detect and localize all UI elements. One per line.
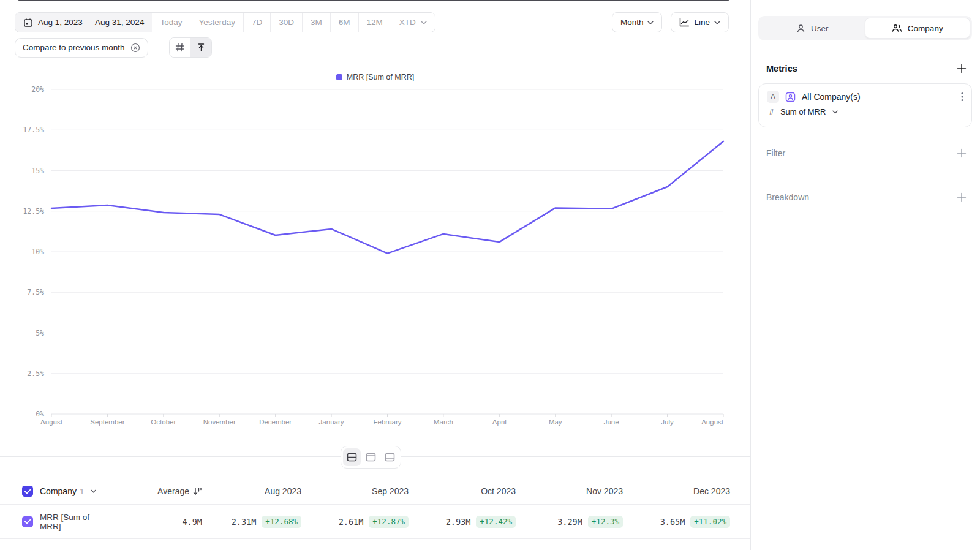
line-chart-icon [679, 18, 690, 27]
mrr-line-chart[interactable]: 0%2.5%5%7.5%10%12.5%15%17.5%20%AugustSep… [0, 86, 750, 429]
metric-menu-button[interactable] [961, 92, 963, 102]
x-axis-tick-label: September [90, 418, 124, 426]
table-view-button[interactable] [381, 448, 399, 466]
delta-badge: +12.42% [476, 516, 516, 528]
close-circle-icon[interactable] [130, 43, 140, 53]
legend-label: MRR [Sum of MRR] [347, 73, 414, 81]
range-today-button[interactable]: Today [152, 13, 190, 32]
delta-badge: +11.02% [690, 516, 730, 528]
compare-chip[interactable]: Compare to previous month [15, 38, 148, 58]
chevron-down-icon [832, 110, 838, 114]
x-axis-tick-label: February [373, 418, 401, 426]
chart-view-icon [366, 453, 376, 462]
range-6m-button[interactable]: 6M [330, 13, 358, 32]
metric-value: 2.31M [232, 517, 257, 527]
range-xtd-button[interactable]: XTD [391, 13, 435, 32]
row-checkbox[interactable] [22, 516, 33, 527]
table-row[interactable]: MRR [Sum of MRR] 4.9M 2.31M+12.68%2.61M+… [0, 505, 750, 539]
arrow-up-from-line-icon [197, 43, 206, 52]
user-toggle-button[interactable]: User [760, 18, 865, 39]
split-view-button[interactable] [343, 448, 361, 466]
range-7d-button[interactable]: 7D [243, 13, 270, 32]
group-by-label[interactable]: Company [40, 486, 77, 496]
user-toggle-label: User [811, 24, 829, 33]
select-all-checkbox[interactable] [22, 486, 33, 497]
x-axis-tick-label: December [259, 418, 292, 426]
delta-badge: +12.68% [262, 516, 301, 528]
analytics-dashboard: Aug 1, 2023 — Aug 31, 2024 TodayYesterda… [0, 0, 980, 550]
range-30d-button[interactable]: 30D [270, 13, 302, 32]
x-axis-tick-label: March [434, 418, 453, 426]
metrics-title: Metrics [766, 64, 797, 73]
breakdown-title: Breakdown [766, 192, 809, 202]
metric-field-selector[interactable]: # Sum of MRR [767, 107, 963, 116]
x-axis-tick-label: August [701, 418, 724, 426]
calendar-icon [23, 18, 33, 28]
chart-legend: MRR [Sum of MRR] [0, 73, 750, 81]
metric-field-label: Sum of MRR [780, 107, 826, 116]
config-sidebar: User Company Metrics [750, 0, 980, 550]
plus-icon [957, 64, 967, 73]
company-icon [892, 24, 902, 32]
company-toggle-label: Company [908, 24, 943, 33]
chevron-down-icon [421, 21, 427, 24]
x-axis-tick-label: August [40, 418, 63, 426]
date-range-button[interactable]: Aug 1, 2023 — Aug 31, 2024 [15, 13, 152, 32]
chart-type-button[interactable]: Line [671, 12, 729, 32]
range-12m-button[interactable]: 12M [358, 13, 391, 32]
x-axis-tick-label: November [203, 418, 236, 426]
month-column-header[interactable]: Nov 2023 [530, 486, 638, 496]
x-axis-tick-label: April [492, 418, 507, 426]
add-metric-button[interactable] [957, 64, 967, 73]
y-axis-tick-label: 0% [36, 410, 44, 418]
month-column-header[interactable]: Oct 2023 [423, 486, 530, 496]
add-breakdown-button[interactable] [957, 192, 967, 202]
range-yesterday-button[interactable]: Yesterday [190, 13, 243, 32]
y-axis-tick-label: 7.5% [27, 288, 44, 296]
compare-toolbar: Compare to previous month [15, 37, 212, 58]
company-toggle-button[interactable]: Company [865, 18, 971, 39]
plus-icon [957, 148, 967, 158]
kebab-menu-icon [961, 92, 963, 102]
y-axis-tick-label: 5% [36, 329, 44, 337]
chevron-down-icon [647, 21, 654, 24]
chart-controls: Month Line [612, 12, 729, 32]
x-axis-tick-label: January [319, 418, 344, 426]
metric-value: 2.93M [446, 517, 471, 527]
y-axis-tick-label: 12.5% [23, 207, 44, 216]
month-column-header[interactable]: Sep 2023 [316, 486, 423, 496]
sort-icon[interactable] [193, 487, 202, 495]
metric-card[interactable]: A All Company(s) # Sum of MRR [758, 83, 972, 127]
average-value: 4.9M [182, 517, 202, 527]
toolbar: Aug 1, 2023 — Aug 31, 2024 TodayYesterda… [15, 12, 729, 32]
x-axis-tick-label: July [661, 418, 674, 426]
date-range-label: Aug 1, 2023 — Aug 31, 2024 [38, 18, 144, 27]
y-axis-tick-label: 10% [31, 247, 44, 256]
granularity-label: Month [620, 18, 644, 27]
metric-cell: 2.31M+12.68% [209, 516, 316, 528]
y-axis-tick-label: 15% [31, 167, 44, 175]
metrics-section-header: Metrics [766, 64, 967, 73]
user-icon [796, 24, 805, 33]
chart-option-toggles [169, 37, 212, 58]
granularity-button[interactable]: Month [612, 12, 663, 32]
month-column-header[interactable]: Dec 2023 [638, 486, 745, 496]
chart-view-button[interactable] [362, 448, 380, 466]
metric-letter-badge: A [767, 91, 779, 103]
add-filter-button[interactable] [957, 148, 967, 158]
chevron-down-icon[interactable] [91, 489, 96, 493]
entity-toggle: User Company [758, 16, 972, 40]
metric-cell: 2.93M+12.42% [423, 516, 530, 528]
average-column-header[interactable]: Average [157, 486, 189, 496]
delta-badge: +12.3% [588, 516, 623, 528]
x-axis-tick-label: October [151, 418, 176, 426]
mrr-series-line[interactable] [51, 141, 723, 254]
grid-toggle-button[interactable] [170, 38, 190, 57]
month-column-header[interactable]: Aug 2023 [209, 486, 316, 496]
metric-value: 3.65M [660, 517, 685, 527]
chevron-down-icon [714, 21, 720, 24]
annotations-toggle-button[interactable] [190, 38, 211, 57]
compare-chip-label: Compare to previous month [23, 43, 125, 52]
table-view-icon [385, 453, 395, 462]
range-3m-button[interactable]: 3M [302, 13, 330, 32]
